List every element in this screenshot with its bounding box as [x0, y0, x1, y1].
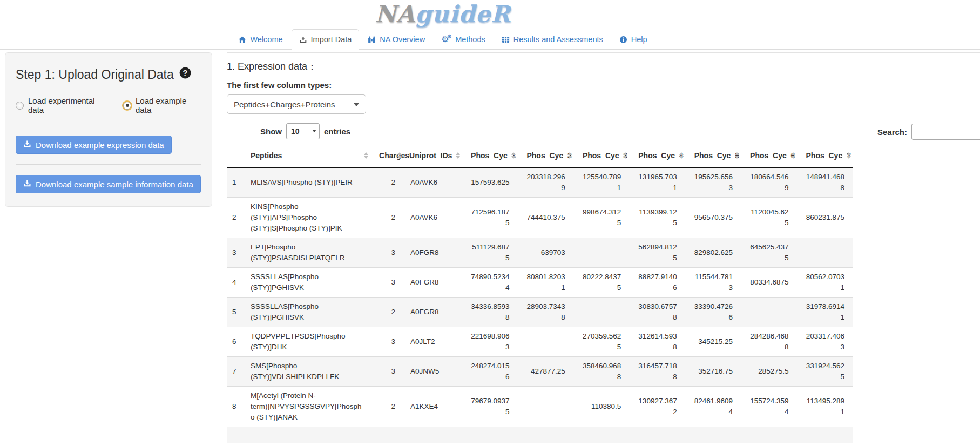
phos-cyc-7-cell: [797, 238, 854, 268]
table-row: 7SMS[Phospho (STY)]VDLSHIPLKDPLLFK3A0JNW…: [227, 357, 853, 387]
tab-import-data[interactable]: Import Data: [292, 29, 360, 50]
column-header-phos_cyc_4[interactable]: Phos_Cyc_4: [630, 144, 685, 168]
peptide-cell: TQDPVPPETPSDS[Phospho (STY)]DHK: [245, 327, 370, 357]
phos-cyc-3-cell: 998674.3125: [574, 198, 630, 238]
table-row: 5SSSSLLAS[Phospho (STY)]PGHISVK2A0FGR834…: [227, 298, 853, 327]
charges-cell: 2: [370, 198, 404, 238]
home-icon: [238, 36, 246, 44]
page-length-select[interactable]: 10: [286, 123, 320, 139]
phos-cyc-2-cell: 639703: [518, 238, 573, 268]
radio-load-example-data[interactable]: Load example data: [123, 96, 201, 114]
column-header-label: Phos_Cyc_6: [750, 151, 795, 160]
column-header-label: Peptides: [251, 151, 282, 160]
column-types-select[interactable]: Peptides+Charges+Proteins: [227, 94, 366, 114]
phos-cyc-1-cell: 157593.625: [462, 168, 518, 198]
binoculars-icon: [368, 36, 376, 44]
sort-arrows-icon: [679, 152, 684, 159]
radio-load-experimental-data[interactable]: Load experimental data: [16, 96, 109, 114]
phos-cyc-3-cell: 358460.9688: [574, 357, 630, 387]
main-divider-top: [227, 52, 980, 53]
question-circle-icon[interactable]: ?: [179, 67, 191, 82]
row-index-cell: 5: [227, 298, 245, 327]
tab-results-and-assessments[interactable]: Results and Assessments: [494, 29, 611, 50]
radio-unselected-icon[interactable]: [16, 102, 24, 110]
download-expression-data-button[interactable]: Download example expression data: [16, 136, 172, 154]
peptide-cell: KINS[Phospho (STY)]APS[Phospho (STY)]S[P…: [245, 198, 370, 238]
phos-cyc-2-cell: 427877.25: [518, 357, 573, 387]
phos-cyc-1-cell: 34336.85938: [462, 298, 518, 327]
column-header-phos_cyc_6[interactable]: Phos_Cyc_6: [741, 144, 797, 168]
chevron-down-icon: [354, 103, 359, 106]
peptide-cell: SSSSLLAS[Phospho (STY)]PGHISVK: [245, 298, 370, 327]
column-header-phos_cyc_5[interactable]: Phos_Cyc_5: [686, 144, 741, 168]
data-source-radio-group: Load experimental dataLoad example data: [16, 96, 201, 114]
charges-cell: 2: [370, 168, 404, 198]
sort-arrows-icon: [456, 152, 460, 159]
radio-label: Load example data: [136, 96, 201, 114]
tab-label: Help: [631, 35, 647, 44]
table-icon: [502, 36, 510, 44]
column-types-label: The first few column types:: [227, 80, 980, 90]
phos-cyc-1-cell: 248274.0156: [462, 357, 518, 387]
phos-cyc-7-cell: 80562.07031: [797, 268, 854, 298]
app-header: NAguideR: [0, 0, 886, 27]
tab-methods[interactable]: ⚙⚙Methods: [434, 29, 493, 50]
uniprot-id-cell: A0FGR8: [404, 238, 462, 268]
column-header-charges[interactable]: Charges: [370, 144, 404, 168]
tab-welcome[interactable]: Welcome: [231, 29, 290, 50]
phos-cyc-4-cell: 131965.7031: [630, 168, 685, 198]
sidebar-divider-2: [16, 164, 201, 165]
phos-cyc-4-cell: 130927.3672: [630, 387, 685, 427]
sort-arrows-icon: [397, 152, 402, 159]
column-header-peptides[interactable]: Peptides: [245, 144, 370, 168]
row-index-cell: 2: [227, 198, 245, 238]
phos-cyc-4-cell: 1139399.125: [630, 198, 685, 238]
expression-table: PeptidesChargesUniprot_IDsPhos_Cyc_1Phos…: [227, 144, 853, 443]
column-header-label: Phos_Cyc_7: [806, 151, 851, 160]
column-header-phos_cyc_3[interactable]: Phos_Cyc_3: [574, 144, 630, 168]
step1-title-text: Step 1: Upload Original Data: [16, 67, 174, 82]
peptide-cell: EPT[Phospho (STY)]PSIASDISLPIATQELR: [245, 238, 370, 268]
tab-help[interactable]: Help: [612, 29, 655, 50]
radio-selected-icon[interactable]: [123, 102, 131, 110]
phos-cyc-1-cell: 221698.9063: [462, 327, 518, 357]
row-index-cell: 7: [227, 357, 245, 387]
phos-cyc-3-cell: 110380.5: [574, 387, 630, 427]
column-header-label: Phos_Cyc_4: [638, 151, 683, 160]
uniprot-id-cell: A0JNW5: [404, 357, 462, 387]
phos-cyc-2-cell: 203318.2969: [518, 168, 573, 198]
phos-cyc-4-cell: 316457.7188: [630, 357, 685, 387]
phos-cyc-5-cell: 352716.75: [686, 357, 741, 387]
phos-cyc-3-cell: [574, 238, 630, 268]
column-header-phos_cyc_7[interactable]: Phos_Cyc_7: [797, 144, 854, 168]
table-search-control: Search:: [877, 124, 980, 140]
download-expression-label: Download example expression data: [36, 140, 164, 150]
column-header-phos_cyc_2[interactable]: Phos_Cyc_2: [518, 144, 573, 168]
search-input[interactable]: [911, 124, 980, 140]
column-header-label: Phos_Cyc_1: [471, 151, 516, 160]
tab-label: Results and Assessments: [513, 35, 603, 44]
main-divider-mid: [227, 114, 980, 114]
sort-arrows-icon: [623, 152, 627, 159]
phos-cyc-6-cell: 155724.3594: [741, 387, 797, 427]
phos-cyc-7-cell: 203317.4063: [797, 327, 854, 357]
upload-panel: Step 1: Upload Original Data ? Load expe…: [5, 52, 212, 207]
phos-cyc-7-cell: 860231.875: [797, 198, 854, 238]
sort-arrows-icon: [791, 152, 795, 159]
header-row: PeptidesChargesUniprot_IDsPhos_Cyc_1Phos…: [227, 144, 853, 168]
row-index-cell: 6: [227, 327, 245, 357]
charges-cell: 3: [370, 327, 404, 357]
phos-cyc-4-cell: 30830.67578: [630, 298, 685, 327]
table-row: 3EPT[Phospho (STY)]PSIASDISLPIATQELR3A0F…: [227, 238, 853, 268]
column-header-uniprot_ids[interactable]: Uniprot_IDs: [404, 144, 462, 168]
download-icon: [23, 179, 31, 189]
phos-cyc-4-cell: 562894.8125: [630, 238, 685, 268]
phos-cyc-2-cell: [518, 327, 573, 357]
peptide-cell: SSSSLLAS[Phospho (STY)]PGHISVK: [245, 268, 370, 298]
charges-cell: 2: [370, 387, 404, 427]
peptide-cell: MLISAVS[Phospho (STY)]PEIR: [245, 168, 370, 198]
column-header-phos_cyc_1[interactable]: Phos_Cyc_1: [462, 144, 518, 168]
tab-na-overview[interactable]: NA Overview: [360, 29, 432, 50]
download-sample-info-button[interactable]: Download example sample information data: [16, 175, 201, 193]
phos-cyc-6-cell: 285275.5: [741, 357, 797, 387]
